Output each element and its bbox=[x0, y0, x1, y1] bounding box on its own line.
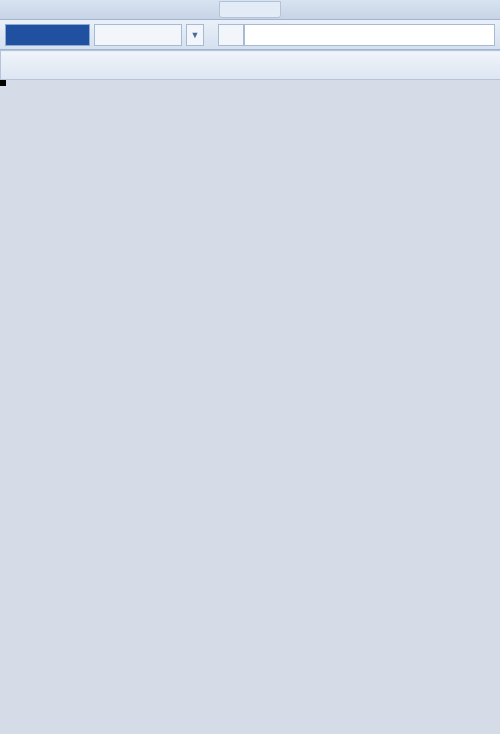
formula-input[interactable] bbox=[244, 24, 495, 46]
spreadsheet-grid[interactable] bbox=[0, 50, 500, 80]
ribbon-group-connections[interactable] bbox=[219, 1, 281, 18]
name-box-dropdown[interactable]: ▼ bbox=[186, 24, 204, 46]
select-all-corner[interactable] bbox=[1, 51, 501, 80]
fx-area bbox=[218, 24, 495, 46]
formula-bar: ▼ bbox=[0, 20, 500, 50]
selection-outline bbox=[0, 80, 6, 86]
fx-button[interactable] bbox=[218, 24, 244, 46]
chevron-down-icon: ▼ bbox=[191, 30, 200, 40]
ribbon-strip bbox=[0, 0, 500, 20]
grid-area bbox=[0, 50, 500, 80]
name-box[interactable] bbox=[5, 24, 90, 46]
name-box-spacer bbox=[94, 24, 182, 46]
